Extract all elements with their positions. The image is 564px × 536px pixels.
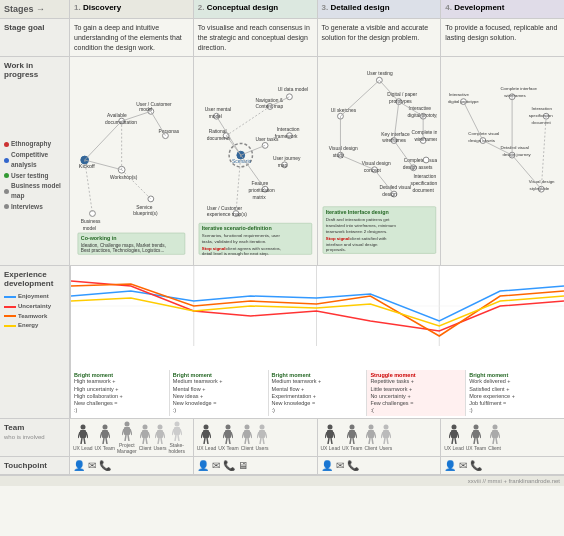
- svg-text:concept: concept: [363, 168, 381, 173]
- stage-goal-row: Stage goal To gain a deep and intuitive …: [0, 19, 564, 57]
- footer: xxviii // mmxi + franklinandrode.net: [0, 475, 564, 486]
- enjoyment-line: [4, 296, 16, 298]
- svg-line-247: [490, 432, 492, 438]
- svg-line-214: [331, 438, 332, 444]
- goal-1: To gain a deep and intuitive understandi…: [70, 19, 194, 56]
- svg-line-223: [366, 432, 368, 438]
- work-cell-4: Interactive digital prototype Complete i…: [441, 57, 564, 265]
- exp-legend: Enjoyment Uncertainty Teamwork Energy: [4, 292, 65, 330]
- svg-text:wireframes: wireframes: [414, 137, 437, 142]
- team-label: Team who is involved: [0, 419, 70, 456]
- svg-text:translated into wireframes, mi: translated into wireframes, minimum: [325, 224, 395, 229]
- svg-point-191: [226, 425, 231, 430]
- touchpoint-cell-2: 👤 ✉ 📞 🖥: [194, 457, 318, 474]
- svg-line-220: [353, 438, 354, 444]
- svg-line-164: [130, 429, 132, 435]
- svg-text:prioritization: prioritization: [248, 188, 274, 193]
- svg-rect-246: [492, 430, 498, 438]
- svg-rect-234: [451, 430, 457, 438]
- person-ux-lead-1: UX Lead: [73, 424, 92, 451]
- person-ux-team-3: UX Team: [342, 424, 362, 451]
- team-cell-1: UX Lead UX Team: [70, 419, 194, 456]
- svg-line-144: [512, 156, 541, 190]
- svg-text:study: study: [332, 153, 344, 158]
- svg-point-239: [473, 425, 478, 430]
- person-ux-team-4: UX Team: [466, 424, 486, 451]
- person-touch-icon-3: 👤: [321, 460, 333, 471]
- svg-text:design: design: [382, 192, 397, 197]
- svg-text:Workshop(s): Workshop(s): [110, 176, 138, 181]
- svg-line-229: [381, 432, 383, 438]
- stage-2-header: 2. Conceptual design: [194, 0, 318, 18]
- svg-line-244: [477, 438, 478, 444]
- svg-rect-204: [259, 430, 265, 438]
- svg-line-157: [100, 432, 102, 438]
- svg-line-103: [340, 81, 379, 117]
- svg-text:teamwork between 2 designers.: teamwork between 2 designers.: [325, 229, 387, 234]
- svg-line-190: [207, 438, 208, 444]
- svg-text:proposals.: proposals.: [325, 248, 345, 253]
- svg-text:User testing: User testing: [366, 72, 392, 77]
- header-row: Stages → 1. Discovery 2. Conceptual desi…: [0, 0, 564, 19]
- legend-teamwork: Teamwork: [4, 312, 65, 322]
- svg-text:Scenario: Scenario: [232, 159, 251, 164]
- uncertainty-line: [4, 306, 16, 308]
- experience-label: Experiencedevelopment Enjoyment Uncertai…: [0, 266, 70, 418]
- phone-touch-icon-2: 📞: [223, 460, 235, 471]
- svg-point-197: [245, 425, 250, 430]
- svg-line-181: [172, 429, 174, 435]
- person-ux-team-2: UX Team: [218, 424, 238, 451]
- svg-line-166: [128, 435, 129, 441]
- svg-point-155: [102, 425, 107, 430]
- svg-text:Visual design: Visual design: [328, 147, 357, 152]
- touchpoint-row: Touchpoint 👤 ✉ 📞 👤 ✉ 📞 🖥 👤 ✉ 📞 👤 ✉ 📞: [0, 457, 564, 475]
- svg-text:matrix: matrix: [252, 195, 266, 200]
- svg-line-224: [374, 432, 376, 438]
- svg-line-194: [231, 432, 233, 438]
- svg-text:Stop signal:: Stop signal:: [202, 246, 227, 251]
- svg-text:Iterative scenario-definition: Iterative scenario-definition: [202, 225, 272, 231]
- touchpoint-cell-1: 👤 ✉ 📞: [70, 457, 194, 474]
- svg-rect-156: [102, 430, 108, 438]
- svg-line-111: [393, 141, 412, 168]
- stage-goal-label: Stage goal: [0, 19, 70, 56]
- network-diagram-1: Kickoff Available documentation User / C…: [73, 60, 190, 260]
- svg-text:Detailed visual: Detailed visual: [501, 146, 529, 151]
- svg-text:blueprint(s): blueprint(s): [133, 212, 158, 217]
- main-container: Stages → 1. Discovery 2. Conceptual desi…: [0, 0, 564, 486]
- work-row: Work inprogress Ethnography Competitive …: [0, 57, 564, 266]
- svg-point-149: [80, 425, 85, 430]
- work-cell-3: User testing UI sketches Digital / paper…: [318, 57, 442, 265]
- work-item-interviews: Interviews: [4, 202, 65, 212]
- work-cell-1: Kickoff Available documentation User / C…: [70, 57, 194, 265]
- svg-line-241: [471, 432, 473, 438]
- dot-user-testing: [4, 173, 9, 178]
- work-cell-2: User mental model Navigation & Content m…: [194, 57, 318, 265]
- svg-line-160: [106, 438, 107, 444]
- svg-line-207: [260, 438, 261, 444]
- svg-line-189: [204, 438, 205, 444]
- svg-line-170: [148, 432, 150, 438]
- svg-text:specification: specification: [410, 182, 437, 187]
- svg-text:Complete visual: Complete visual: [403, 158, 437, 163]
- legend-energy: Energy: [4, 321, 65, 331]
- phone-touch-icon-4: 📞: [470, 460, 482, 471]
- team-cell-2: UX Lead UX Team: [194, 419, 318, 456]
- person-touch-icon-2: 👤: [197, 460, 209, 471]
- svg-rect-174: [157, 430, 163, 438]
- svg-rect-150: [80, 430, 86, 438]
- svg-line-193: [223, 432, 225, 438]
- email-touch-icon-4: ✉: [459, 460, 467, 471]
- svg-line-178: [161, 438, 162, 444]
- screen-touch-icon: 🖥: [238, 460, 248, 471]
- svg-rect-210: [327, 430, 333, 438]
- svg-text:Complete interface: Complete interface: [411, 130, 437, 135]
- svg-text:framework: framework: [275, 134, 298, 139]
- network-diagram-4: Interactive digital prototype Complete i…: [444, 60, 561, 260]
- moment-2: Bright moment Medium teamwork + Mental f…: [170, 370, 269, 416]
- moment-3: Bright moment Medium teamwork + Mental f…: [269, 370, 368, 416]
- svg-line-231: [384, 438, 385, 444]
- person-client-3: Client: [364, 424, 377, 451]
- svg-point-215: [350, 425, 355, 430]
- work-item-ethnography: Ethnography: [4, 139, 65, 149]
